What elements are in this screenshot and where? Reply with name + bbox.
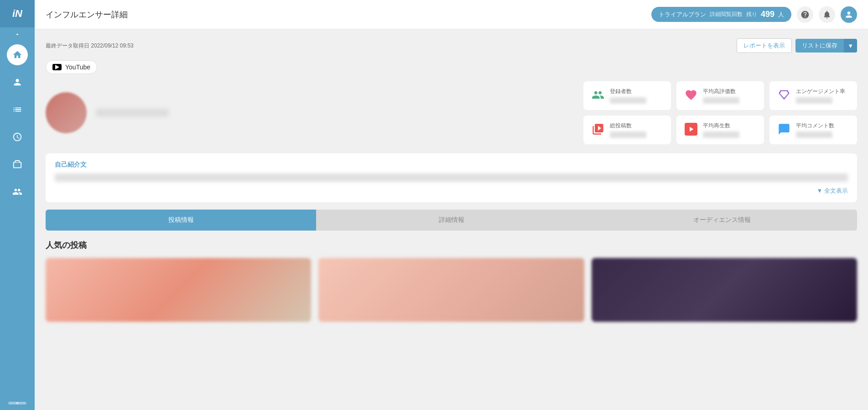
sub-header: 最終データ取得日 2022/09/12 09:53 レポートを表示 リストに保存… bbox=[46, 38, 857, 53]
remaining-count: 499 bbox=[761, 10, 774, 19]
stat-info-engagement: エンゲージメント率 bbox=[796, 88, 850, 104]
profile-left bbox=[46, 81, 572, 144]
trial-plan-label: トライアルプラン bbox=[659, 11, 706, 19]
stat-value-subscribers bbox=[610, 97, 646, 104]
sidebar-item-briefcase[interactable] bbox=[0, 151, 35, 178]
report-button[interactable]: レポートを表示 bbox=[737, 38, 792, 53]
influencer-avatar bbox=[46, 92, 87, 133]
stat-card-avg-comments: 平均コメント数 bbox=[769, 116, 857, 144]
stat-label-avg-likes: 平均高評価数 bbox=[703, 88, 757, 95]
profile-section: 登録者数 平均高評価数 bbox=[46, 81, 857, 144]
sidebar-scroll-up[interactable] bbox=[0, 27, 35, 41]
content-area: 最終データ取得日 2022/09/12 09:53 レポートを表示 リストに保存… bbox=[35, 29, 868, 410]
sidebar-scrollbar bbox=[0, 396, 35, 410]
trial-badge: トライアルプラン 詳細閲覧回数 残り 499 人 bbox=[651, 7, 791, 22]
stat-info-total-posts: 総投稿数 bbox=[610, 122, 664, 138]
stat-value-avg-likes bbox=[703, 97, 739, 104]
chat-icon bbox=[777, 122, 791, 137]
help-button[interactable] bbox=[797, 6, 813, 23]
stat-label-engagement: エンゲージメント率 bbox=[796, 88, 850, 95]
last-updated: 最終データ取得日 2022/09/12 09:53 bbox=[46, 42, 134, 50]
stat-label-avg-views: 平均再生数 bbox=[703, 122, 757, 130]
bio-section: 自己紹介文 ▼ 全文表示 bbox=[46, 153, 857, 202]
youtube-play-triangle bbox=[55, 65, 59, 69]
stat-label-total-posts: 総投稿数 bbox=[610, 122, 664, 130]
page-header: インフルエンサー詳細 トライアルプラン 詳細閲覧回数 残り 499 人 bbox=[35, 0, 868, 29]
sub-header-actions: レポートを表示 リストに保存 ▼ bbox=[737, 38, 857, 53]
sidebar-item-person[interactable] bbox=[0, 68, 35, 96]
sidebar-item-home[interactable] bbox=[7, 44, 28, 65]
save-list-arrow-button[interactable]: ▼ bbox=[844, 39, 857, 53]
stat-value-engagement bbox=[796, 97, 832, 104]
video-stack-icon bbox=[591, 122, 605, 137]
stats-grid: 登録者数 平均高評価数 bbox=[583, 81, 857, 144]
bio-expand[interactable]: ▼ 全文表示 bbox=[55, 186, 848, 195]
expand-link[interactable]: ▼ 全文表示 bbox=[817, 187, 848, 194]
sidebar-nav bbox=[0, 41, 35, 396]
influencer-name bbox=[96, 109, 169, 117]
tab-audience[interactable]: オーディエンス情報 bbox=[587, 210, 857, 231]
platform-badge: YouTube bbox=[46, 60, 97, 74]
stat-value-total-posts bbox=[610, 131, 646, 138]
stat-info-avg-views: 平均再生数 bbox=[703, 122, 757, 138]
sidebar-logo: iN bbox=[0, 0, 35, 27]
popular-posts-section: 人気の投稿 bbox=[46, 240, 857, 322]
sidebar: iN bbox=[0, 0, 35, 410]
page-title: インフルエンサー詳細 bbox=[46, 9, 128, 20]
sidebar-item-list[interactable] bbox=[0, 96, 35, 123]
bio-title: 自己紹介文 bbox=[55, 161, 848, 169]
save-button-group: リストに保存 ▼ bbox=[795, 39, 857, 53]
sidebar-item-group[interactable] bbox=[0, 178, 35, 205]
bio-text-line-1 bbox=[55, 173, 848, 182]
unit-label: 人 bbox=[778, 11, 784, 19]
popular-posts-title: 人気の投稿 bbox=[46, 240, 857, 251]
stat-card-engagement: エンゲージメント率 bbox=[769, 81, 857, 110]
play-icon bbox=[684, 122, 698, 137]
tab-posts[interactable]: 投稿情報 bbox=[46, 210, 316, 231]
platform-name: YouTube bbox=[65, 63, 90, 71]
stat-info-avg-likes: 平均高評価数 bbox=[703, 88, 757, 104]
subscribers-icon bbox=[591, 88, 605, 102]
stat-info-subscribers: 登録者数 bbox=[610, 88, 664, 104]
post-thumbnail-3[interactable] bbox=[592, 258, 857, 322]
remaining-label: 残り bbox=[746, 11, 757, 18]
heart-icon bbox=[684, 88, 698, 102]
stat-card-subscribers: 登録者数 bbox=[583, 81, 671, 110]
stat-card-avg-views: 平均再生数 bbox=[676, 116, 764, 144]
tab-details[interactable]: 詳細情報 bbox=[316, 210, 587, 231]
stat-card-avg-likes: 平均高評価数 bbox=[676, 81, 764, 110]
logo-text: iN bbox=[12, 8, 22, 20]
diamond-icon bbox=[777, 88, 791, 102]
save-list-button[interactable]: リストに保存 bbox=[795, 39, 844, 53]
post-thumbnail-2[interactable] bbox=[318, 258, 584, 322]
stat-label-avg-comments: 平均コメント数 bbox=[796, 122, 850, 130]
user-avatar-button[interactable] bbox=[841, 6, 857, 23]
stat-value-avg-views bbox=[703, 131, 739, 138]
detail-views-label: 詳細閲覧回数 bbox=[710, 11, 743, 18]
stat-card-total-posts: 総投稿数 bbox=[583, 116, 671, 144]
sidebar-item-clock[interactable] bbox=[0, 123, 35, 151]
youtube-icon bbox=[52, 64, 62, 70]
posts-grid bbox=[46, 258, 857, 322]
main-content: インフルエンサー詳細 トライアルプラン 詳細閲覧回数 残り 499 人 最終デー bbox=[35, 0, 868, 410]
stat-label-subscribers: 登録者数 bbox=[610, 88, 664, 95]
header-actions: トライアルプラン 詳細閲覧回数 残り 499 人 bbox=[651, 6, 857, 23]
post-thumbnail-1[interactable] bbox=[46, 258, 311, 322]
tabs: 投稿情報 詳細情報 オーディエンス情報 bbox=[46, 210, 857, 231]
stat-value-avg-comments bbox=[796, 131, 832, 138]
notification-button[interactable] bbox=[819, 6, 835, 23]
stat-info-avg-comments: 平均コメント数 bbox=[796, 122, 850, 138]
